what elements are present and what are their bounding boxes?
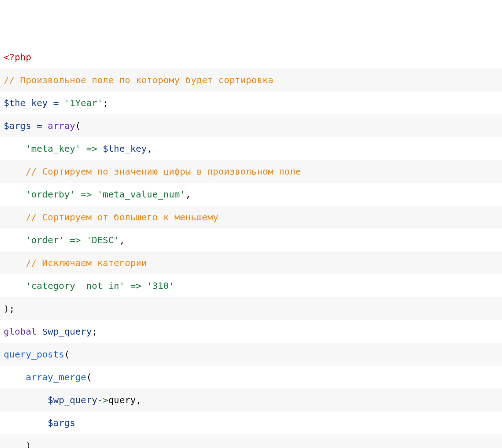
code-token: (: [86, 372, 92, 383]
code-token: ;: [103, 97, 108, 108]
code-token: $the_key: [103, 143, 147, 154]
code-token: =>: [70, 235, 81, 245]
code-token: // Сортируем по значению цифры в произво…: [26, 166, 301, 177]
code-line: // Произвольное поле по которому будет с…: [0, 69, 502, 91]
code-token: =: [53, 97, 59, 108]
code-token: // Сортируем от большего к меньшему: [26, 212, 218, 223]
code-line: 'category__not_in' => '310': [0, 274, 502, 297]
code-token: [125, 280, 130, 291]
code-line: $args: [0, 411, 502, 434]
code-token: $the_key: [4, 97, 48, 108]
code-token: [4, 257, 26, 268]
code-token: $wp_query: [42, 326, 91, 337]
code-token: [4, 372, 26, 383]
code-token: <?php: [4, 52, 31, 63]
php-code-block: <?php// Произвольное поле по которому бу…: [0, 0, 502, 448]
code-token: [81, 235, 86, 245]
code-token: [4, 166, 26, 177]
code-token: [4, 235, 26, 245]
code-token: [59, 97, 64, 108]
code-token: [4, 212, 26, 223]
code-token: 'category__not_in': [26, 280, 125, 291]
code-token: [37, 326, 42, 337]
code-token: [48, 97, 53, 108]
code-token: 'DESC': [86, 235, 119, 245]
code-line: $args = array(: [0, 114, 502, 137]
code-token: =>: [86, 143, 97, 154]
code-line: array_merge(: [0, 366, 502, 389]
code-token: ,: [119, 235, 125, 245]
code-token: query,: [108, 395, 141, 405]
code-token: [97, 143, 103, 154]
code-token: =>: [130, 280, 141, 291]
code-line: // Сортируем от большего к меньшему: [0, 206, 502, 229]
code-token: ,: [147, 143, 152, 154]
code-token: '1Year': [64, 97, 102, 108]
code-token: // Исключаем категории: [26, 257, 147, 268]
code-line: $the_key = '1Year';: [0, 91, 502, 114]
code-line: <?php: [0, 46, 502, 69]
code-token: ,: [185, 189, 191, 200]
code-token: =>: [81, 189, 92, 200]
code-line: query_posts(: [0, 343, 502, 366]
code-token: ;: [92, 326, 97, 337]
code-token: [64, 235, 69, 245]
code-token: =: [37, 120, 42, 131]
code-token: ): [4, 440, 31, 448]
code-line: ): [0, 434, 502, 448]
code-token: $args: [48, 417, 75, 428]
code-token: [81, 143, 86, 154]
code-token: );: [4, 303, 15, 314]
code-token: [4, 143, 26, 154]
code-line: // Сортируем по значению цифры в произво…: [0, 160, 502, 183]
code-token: 'meta_key': [26, 143, 80, 154]
code-token: $args: [4, 120, 31, 131]
code-token: [141, 280, 147, 291]
code-line: global $wp_query;: [0, 320, 502, 343]
code-token: ->: [97, 395, 108, 405]
code-token: 'order': [26, 235, 64, 245]
code-token: [4, 280, 26, 291]
code-token: global: [4, 326, 37, 337]
code-line: 'meta_key' => $the_key,: [0, 137, 502, 160]
code-token: (: [75, 120, 81, 131]
code-line: );: [0, 297, 502, 320]
code-token: array: [48, 120, 75, 131]
code-token: // Произвольное поле по которому будет с…: [4, 75, 273, 85]
code-token: [42, 120, 48, 131]
code-line: $wp_query->query,: [0, 389, 502, 411]
code-token: '310': [147, 280, 174, 291]
code-token: [75, 189, 81, 200]
code-token: array_merge: [26, 372, 86, 383]
code-token: (: [64, 349, 69, 360]
code-line: 'order' => 'DESC',: [0, 229, 502, 251]
code-token: [92, 189, 97, 200]
code-token: query_posts: [4, 349, 64, 360]
code-token: [4, 417, 48, 428]
code-token: 'orderby': [26, 189, 75, 200]
code-token: [31, 120, 37, 131]
code-line: // Исключаем категории: [0, 251, 502, 274]
code-token: 'meta_value_num': [97, 189, 186, 200]
code-token: $wp_query: [48, 395, 97, 405]
code-token: [4, 189, 26, 200]
code-line: 'orderby' => 'meta_value_num',: [0, 183, 502, 206]
code-token: [4, 395, 48, 405]
